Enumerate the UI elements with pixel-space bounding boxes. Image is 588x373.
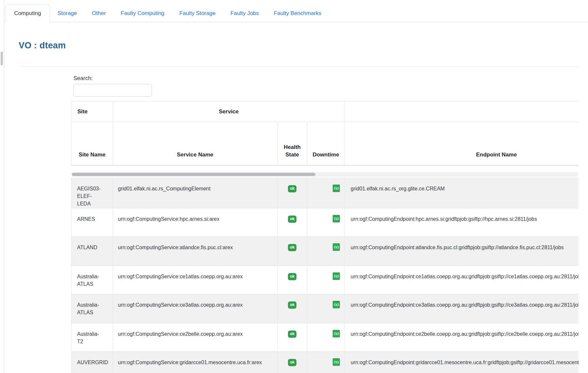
services-table: Site Service Site Name Service Name Heal… xyxy=(71,101,579,373)
endpoint-name-cell: urn:ogf:ComputingEndpoint:gridarcce01.me… xyxy=(345,352,579,373)
health-state-cell: ok xyxy=(278,208,307,237)
health-state-cell: ok xyxy=(278,237,307,266)
services-table-header: Site Service Site Name Service Name Heal… xyxy=(71,101,579,166)
health-state-cell: ok xyxy=(278,294,307,323)
tab-storage[interactable]: Storage xyxy=(50,5,85,22)
group-header-row: Site Service xyxy=(72,102,579,122)
endpoint-name-cell: grid01.elfak.ni.ac.rs_org.glite.ce.CREAM xyxy=(345,178,579,208)
site-name-cell: ATLAND xyxy=(72,237,113,266)
tab-faulty-jobs[interactable]: Faulty Jobs xyxy=(223,5,266,22)
table-row: ARNES urn:ogf:ComputingService:hpc.arnes… xyxy=(72,208,579,237)
table-row: Australia-ATLAS urn:ogf:ComputingService… xyxy=(72,266,579,294)
site-name-cell: ARNES xyxy=(72,208,113,237)
services-table-body: AEGIS03-ELEF-LEDA grid01.elfak.ni.ac.rs_… xyxy=(71,178,579,373)
downtime-no-badge: no xyxy=(333,301,340,308)
table-row: AEGIS03-ELEF-LEDA grid01.elfak.ni.ac.rs_… xyxy=(72,178,579,208)
column-header-site-name[interactable]: Site Name xyxy=(72,122,113,166)
downtime-no-badge: no xyxy=(333,272,340,280)
health-ok-badge: ok xyxy=(288,301,297,309)
panel-left-border xyxy=(4,0,4,373)
health-state-cell: ok xyxy=(278,266,307,294)
service-name-cell: urn:ogf:ComputingService:ce2belle.coepp.… xyxy=(113,323,278,352)
tab-faulty-storage[interactable]: Faulty Storage xyxy=(172,5,223,22)
site-name-cell: AUVERGRID xyxy=(72,352,113,373)
service-name-cell: urn:ogf:ComputingService:hpc.arnes.si:ar… xyxy=(113,208,278,237)
endpoint-name-cell: urn:ogf:ComputingEndpoint:atlandce.fis.p… xyxy=(345,237,579,266)
tab-other[interactable]: Other xyxy=(85,5,114,22)
health-state-cell: ok xyxy=(278,323,307,352)
service-name-cell: urn:ogf:ComputingService:ce3atlas.coepp.… xyxy=(113,294,278,323)
site-name-cell: Australia-ATLAS xyxy=(72,266,113,294)
column-header-row: Site Name Service Name Health State Down… xyxy=(72,122,579,166)
column-header-health-state[interactable]: Health State xyxy=(278,122,307,166)
endpoint-name-cell: urn:ogf:ComputingEndpoint:hpc.arnes.si:g… xyxy=(345,208,579,237)
tab-computing[interactable]: Computing xyxy=(5,5,50,22)
endpoint-name-cell: urn:ogf:ComputingEndpoint:ce3atlas.coepp… xyxy=(345,294,579,323)
site-name-cell: AEGIS03-ELEF-LEDA xyxy=(72,178,113,208)
search-input[interactable] xyxy=(73,84,152,97)
health-state-cell: ok xyxy=(278,352,307,373)
tab-faulty-benchmarks[interactable]: Faulty Benchmarks xyxy=(266,5,329,22)
downtime-no-badge: no xyxy=(333,330,340,337)
downtime-cell: no xyxy=(307,237,345,266)
health-ok-badge: ok xyxy=(288,331,297,338)
downtime-cell: no xyxy=(307,323,345,352)
endpoint-name-cell: urn:ogf:ComputingEndpoint:ce2belle.coepp… xyxy=(345,323,579,352)
downtime-no-badge: no xyxy=(333,358,340,366)
health-ok-badge: ok xyxy=(288,244,297,251)
tab-faulty-computing[interactable]: Faulty Computing xyxy=(113,5,172,22)
column-header-service-name[interactable]: Service Name xyxy=(113,122,278,166)
downtime-no-badge: no xyxy=(333,243,340,251)
health-ok-badge: ok xyxy=(288,359,297,366)
service-name-cell: urn:ogf:ComputingService:ce1atlas.coepp.… xyxy=(113,266,278,294)
tab-bar: Computing Storage Other Faulty Computing… xyxy=(4,5,588,22)
title-divider xyxy=(19,67,579,67)
column-header-endpoint-name[interactable]: Endpoint Name xyxy=(345,122,579,166)
group-header-service: Service xyxy=(113,102,345,122)
search-label: Search: xyxy=(73,75,93,82)
vo-name: dteam xyxy=(40,41,66,50)
health-ok-badge: ok xyxy=(288,185,297,192)
service-name-cell: urn:ogf:ComputingService:atlandce.fis.pu… xyxy=(113,237,278,266)
downtime-no-badge: no xyxy=(333,215,340,222)
site-name-cell: Australia-T2 xyxy=(72,323,113,352)
downtime-cell: no xyxy=(307,266,345,294)
table-row: AUVERGRID urn:ogf:ComputingService:grida… xyxy=(72,352,579,373)
service-name-cell: grid01.elfak.ni.ac.rs_ComputingElement xyxy=(113,178,278,208)
site-name-cell: Australia-ATLAS xyxy=(72,294,113,323)
horizontal-scrollbar[interactable] xyxy=(71,172,579,177)
health-state-cell: ok xyxy=(278,178,307,208)
vertical-scrollbar-thumb[interactable] xyxy=(1,52,3,65)
service-name-cell: urn:ogf:ComputingService:gridarcce01.mes… xyxy=(113,352,278,373)
downtime-cell: no xyxy=(307,352,345,373)
vo-prefix: VO : xyxy=(19,41,37,50)
downtime-cell: no xyxy=(307,294,345,323)
endpoint-name-cell: urn:ogf:ComputingEndpoint:ce1atlas.coepp… xyxy=(345,266,579,294)
page-title: VO : dteam xyxy=(19,41,66,51)
table-row: Australia-T2 urn:ogf:ComputingService:ce… xyxy=(72,323,579,352)
downtime-no-badge: no xyxy=(333,185,340,192)
column-header-downtime[interactable]: Downtime xyxy=(307,122,345,166)
table-row: ATLAND urn:ogf:ComputingService:atlandce… xyxy=(72,237,579,266)
group-header-endpoint xyxy=(345,102,579,122)
health-ok-badge: ok xyxy=(288,273,297,280)
group-header-site: Site xyxy=(72,102,113,122)
horizontal-scrollbar-thumb[interactable] xyxy=(72,173,315,176)
health-ok-badge: ok xyxy=(288,216,297,223)
table-row: Australia-ATLAS urn:ogf:ComputingService… xyxy=(72,294,579,323)
downtime-cell: no xyxy=(307,208,345,237)
downtime-cell: no xyxy=(307,178,345,208)
